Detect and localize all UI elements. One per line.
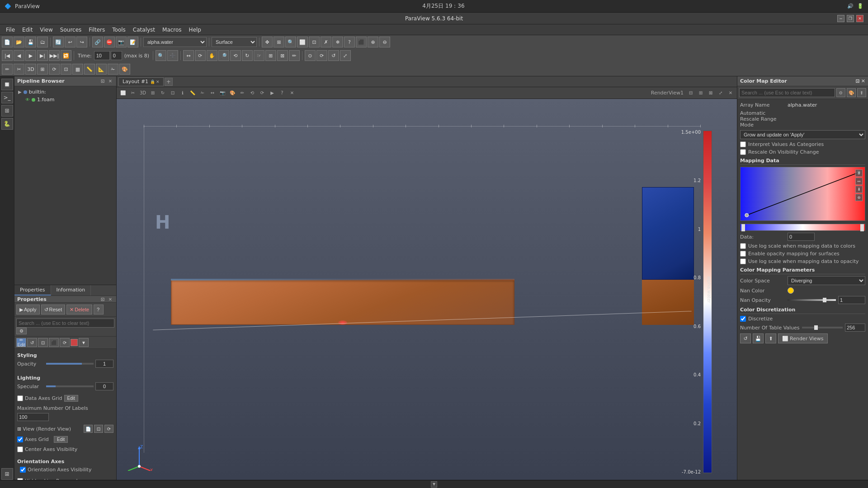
shrink-selection-button[interactable]: ⊖	[379, 37, 390, 47]
vp-btn-crop[interactable]: ✂	[128, 89, 137, 98]
color-space-select[interactable]: Diverging	[788, 276, 865, 285]
ctrl-pt-1[interactable]	[745, 213, 749, 217]
crop-button[interactable]: ✂	[14, 64, 24, 75]
deselect-button[interactable]: ✗	[321, 37, 331, 47]
axes-grid-edit-button[interactable]: Edit	[54, 436, 68, 443]
render-views-button[interactable]: ⬜ Render Views	[778, 333, 828, 343]
menu-tools[interactable]: Tools	[108, 26, 129, 34]
rotate-button[interactable]: ⟲	[230, 50, 241, 61]
vp-split-4[interactable]: ⊠	[706, 89, 715, 98]
vp-split-v[interactable]: ⊞	[696, 89, 705, 98]
nan-color-dot[interactable]	[788, 287, 794, 294]
ruler-button[interactable]: 📐	[96, 64, 107, 75]
vp-btn-scale[interactable]: ⊡	[168, 89, 177, 98]
grad-btn-4[interactable]: ⊕	[855, 194, 863, 201]
mini-btn-4[interactable]: ⟳	[60, 338, 70, 347]
vp-btn-annotate[interactable]: ✏	[238, 89, 247, 98]
opacity-mapping-checkbox[interactable]	[740, 251, 746, 257]
cb-handle-left[interactable]	[741, 224, 745, 231]
discretize-checkbox[interactable]	[740, 316, 746, 322]
log-opacity-checkbox[interactable]	[740, 258, 746, 264]
viewport-canvas[interactable]: H 1.5e+00 1.2 1 0.8 0.6 0.	[117, 99, 737, 480]
menu-sources[interactable]: Sources	[57, 26, 85, 34]
center-axes-checkbox[interactable]	[17, 446, 23, 452]
redo-button[interactable]: ↪	[76, 37, 87, 47]
opacity-value[interactable]	[95, 360, 113, 368]
mini-btn-3[interactable]: ⬛	[49, 338, 59, 347]
freeze-button[interactable]: ❄	[332, 37, 343, 47]
time-step-input[interactable]	[111, 51, 122, 60]
cme-reset-button[interactable]: ↺	[740, 333, 751, 343]
clip-button[interactable]: ✁	[108, 64, 118, 75]
camera-button[interactable]: 📷	[116, 37, 127, 47]
orbit-button[interactable]: ⟳	[195, 50, 206, 61]
new-button[interactable]: 📄	[2, 37, 13, 47]
grow-selection-button[interactable]: ⊕	[368, 37, 378, 47]
grad-btn-2[interactable]: ↔	[855, 178, 863, 185]
script-button[interactable]: 📝	[127, 37, 138, 47]
time-input[interactable]	[94, 51, 110, 60]
play-button[interactable]: ▶	[25, 50, 36, 61]
table-values-handle[interactable]	[814, 325, 818, 330]
select-cells-button[interactable]: ⊞	[274, 37, 284, 47]
sidebar-icon-terminal[interactable]: >_	[1, 92, 13, 103]
roll-button[interactable]: ↻	[242, 50, 253, 61]
sidebar-icon-grid[interactable]: ⊞	[1, 468, 13, 480]
bottom-collapse-btn[interactable]: ▼	[431, 481, 437, 488]
help-button[interactable]: ?	[94, 305, 104, 314]
gradient-editor[interactable]: ⬆ ↔ ⬇ ⊕	[740, 167, 865, 221]
cme-save-button[interactable]: 💾	[753, 333, 764, 343]
menu-file[interactable]: File	[2, 26, 19, 34]
vp-btn-color[interactable]: 🎨	[228, 89, 237, 98]
vp-btn-rotate-right[interactable]: ⟳	[258, 89, 267, 98]
transform-button[interactable]: ⊞	[37, 64, 48, 75]
menu-view[interactable]: View	[36, 26, 56, 34]
disconnect-button[interactable]: ⛔	[104, 37, 115, 47]
vp-btn-axes[interactable]: ⊞	[148, 89, 157, 98]
source-selector[interactable]: alpha.water	[143, 37, 207, 47]
vp-btn-help[interactable]: ?	[278, 89, 287, 98]
view-btn-3[interactable]: ⟳	[104, 425, 113, 433]
loop-button[interactable]: 🔁	[61, 50, 71, 61]
reset-camera-button[interactable]: ⟳	[316, 50, 327, 61]
apply-button[interactable]: ▶ Apply	[16, 305, 40, 314]
zoom-selection-button[interactable]: ⊠	[277, 50, 288, 61]
edit-color-button[interactable]: 🎨	[119, 64, 130, 75]
rescale-visibility-checkbox[interactable]	[740, 149, 746, 155]
cme-close-icon[interactable]: ✕	[861, 78, 865, 84]
eye-icon-foam[interactable]: 👁	[25, 97, 30, 102]
vp-btn-ruler[interactable]: 📏	[188, 89, 197, 98]
tree-item-builtin[interactable]: ▶ builtin:	[16, 88, 114, 96]
cme-colorbar[interactable]	[740, 224, 865, 231]
table-values-slider[interactable]	[802, 327, 843, 328]
slice-button[interactable]: ▦	[72, 64, 83, 75]
nan-opacity-handle[interactable]	[823, 298, 826, 302]
zoom-to-fit-button[interactable]: 🔍	[156, 50, 166, 61]
select-block-button[interactable]: ⬜	[297, 37, 308, 47]
menu-filters[interactable]: Filters	[85, 26, 108, 34]
axes-grid-checkbox[interactable]	[17, 436, 23, 442]
vp-btn-clip[interactable]: ✁	[198, 89, 207, 98]
measure-button[interactable]: 📏	[84, 64, 95, 75]
view-btn-1[interactable]: 📄	[84, 425, 93, 433]
menu-macros[interactable]: Macros	[159, 26, 185, 34]
volume-icon[interactable]: 🔊	[847, 3, 854, 9]
vp-btn-orient[interactable]: ↻	[158, 89, 167, 98]
rotate3d-button[interactable]: ⟳	[49, 64, 60, 75]
view-btn-2[interactable]: ⊡	[94, 425, 103, 433]
delete-button[interactable]: ✕ Delete	[66, 305, 92, 314]
cme-import-button[interactable]: ⬆	[765, 333, 776, 343]
opacity-slider[interactable]	[46, 363, 94, 365]
props-search-settings[interactable]: ⚙	[16, 328, 27, 334]
menu-edit[interactable]: Edit	[19, 26, 36, 34]
sidebar-icon-python[interactable]: 🐍	[1, 118, 13, 130]
prev-frame-button[interactable]: ◀	[14, 50, 24, 61]
props-close-icon[interactable]: ✕	[107, 296, 113, 302]
data-axes-checkbox[interactable]	[17, 395, 23, 401]
tab-information[interactable]: Information	[51, 285, 91, 296]
props-search-input[interactable]	[16, 319, 114, 328]
cme-search-import[interactable]: ⬆	[857, 88, 866, 97]
mini-btn-1[interactable]: ↺	[27, 338, 37, 347]
cme-search-palette[interactable]: 🎨	[847, 88, 856, 97]
cme-search-settings[interactable]: ⚙	[836, 88, 845, 97]
